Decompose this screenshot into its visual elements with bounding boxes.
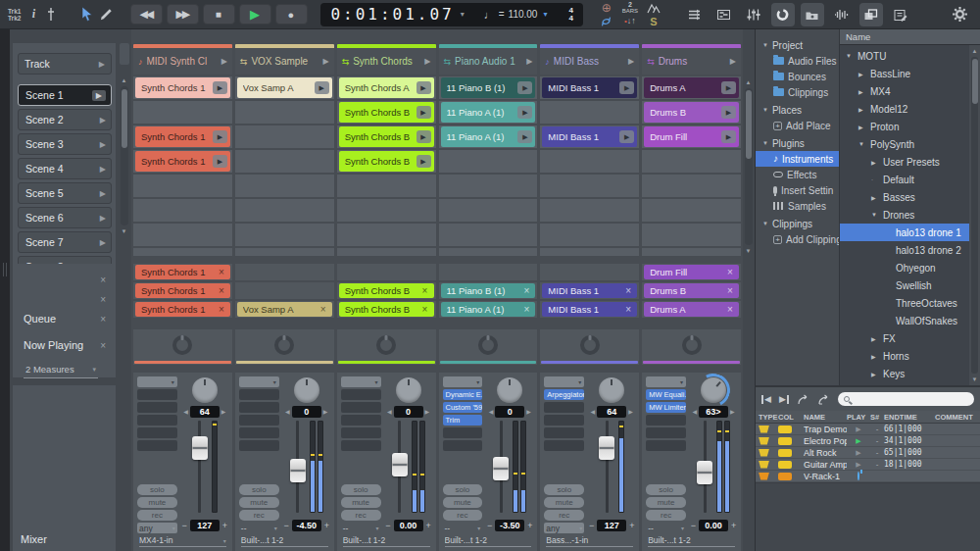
scrollbar-thumb[interactable]	[972, 59, 978, 104]
chevron-right-icon[interactable]: ▶	[871, 335, 878, 342]
tree-item[interactable]: halo13 drone 2	[840, 241, 980, 259]
column-header-endtime[interactable]: ENDTIME	[884, 413, 935, 422]
grid-cell[interactable]: 11 Piano A (1)▶	[439, 125, 538, 148]
volume-fader[interactable]	[697, 421, 712, 517]
tree-item[interactable]: ▶Keys	[840, 365, 980, 382]
insert-slot[interactable]	[137, 402, 177, 413]
grid-cell[interactable]	[133, 101, 232, 124]
grid-cell[interactable]	[642, 224, 741, 246]
scene-clip[interactable]: Synth Chords B▶	[339, 126, 434, 147]
queue-clip[interactable]: 11 Piano B (1)×	[441, 283, 536, 298]
insert-slot[interactable]	[646, 427, 686, 438]
chevron-right-icon[interactable]: ▶	[871, 371, 878, 377]
clip-play-button[interactable]: ▶	[721, 130, 736, 143]
pan-knob[interactable]	[192, 377, 218, 403]
clip-play-button[interactable]: ▶	[517, 130, 532, 143]
clip-play-button[interactable]: ▶	[213, 130, 227, 143]
solo-button[interactable]: solo	[137, 484, 177, 495]
scene-clip[interactable]: Synth Chords A▶	[339, 77, 434, 98]
mute-button[interactable]: mute	[137, 497, 177, 508]
time-format-dropdown-icon[interactable]: ▾	[461, 10, 465, 19]
fast-forward-icon[interactable]: ▶▶	[167, 4, 199, 25]
scrollbar-track[interactable]	[971, 57, 978, 374]
scrollbar-track[interactable]	[121, 86, 128, 225]
scene-play-button[interactable]: ▶	[100, 189, 106, 198]
click-metronome-icon[interactable]	[647, 2, 661, 14]
rec-button[interactable]: rec	[239, 510, 279, 521]
insert-slot[interactable]	[137, 389, 177, 400]
tracks-window-icon[interactable]	[683, 3, 707, 26]
fader-handle[interactable]	[697, 461, 712, 484]
scene-clip[interactable]: MIDI Bass 1▶	[542, 77, 637, 98]
clip-remove-button[interactable]: ×	[216, 304, 227, 315]
volume-decrement[interactable]: −	[385, 521, 390, 530]
tree-item[interactable]: ▼PolySynth	[840, 135, 980, 153]
solo-button[interactable]: solo	[341, 484, 381, 495]
input-selector[interactable]: --▾	[239, 523, 279, 533]
scene-item[interactable]: Scene 1▶	[18, 84, 112, 106]
clip-remove-button[interactable]: ×	[520, 304, 532, 315]
scene-clip[interactable]: Synth Chords 1▶	[135, 126, 230, 147]
tree-item[interactable]: ▶Model12	[840, 100, 980, 118]
tree-item[interactable]: Swellish	[840, 276, 980, 294]
clip-remove-button[interactable]: ×	[318, 304, 329, 315]
scroll-down-icon[interactable]: ▼	[972, 376, 978, 383]
pan-control[interactable]: ◀0▶	[489, 405, 531, 418]
tree-item[interactable]: ▶FX	[840, 329, 980, 347]
chevron-down-icon[interactable]: ▼	[871, 212, 878, 218]
now-playing-cell[interactable]	[540, 329, 639, 365]
browser-section-header[interactable]: ▼Clippings	[756, 216, 839, 231]
fader-handle[interactable]	[192, 436, 208, 460]
grid-cell[interactable]: Synth Chords 1×	[133, 264, 232, 280]
insert-slot[interactable]	[239, 427, 279, 438]
mute-button[interactable]: mute	[544, 497, 584, 508]
grid-cell[interactable]	[439, 248, 538, 256]
scene-clip[interactable]: Drum Fill▶	[644, 126, 739, 147]
chunk-play-button[interactable]: ▶	[847, 426, 870, 433]
insert-slot[interactable]	[646, 415, 686, 426]
browser-item-audio-files[interactable]: Audio Files	[756, 53, 839, 69]
track-play-button[interactable]: ▶	[526, 57, 532, 66]
grid-cell[interactable]: Synth Chords B×	[337, 282, 436, 299]
queue-clip[interactable]: Drums A×	[644, 302, 739, 317]
insert-slot[interactable]	[137, 415, 177, 426]
fader-handle[interactable]	[290, 459, 306, 482]
pan-right-arrow[interactable]: ▶	[526, 408, 531, 415]
clip-remove-button[interactable]: ×	[724, 304, 736, 315]
insert-preset-menu[interactable]: ▾	[544, 376, 584, 387]
scroll-down-icon[interactable]: ▼	[746, 247, 752, 255]
grid-cell[interactable]	[540, 175, 639, 197]
tree-item[interactable]: ▼MOTU	[840, 47, 980, 65]
loop-icon[interactable]	[600, 16, 612, 27]
scene-clip[interactable]: Synth Chords 1▶	[135, 77, 230, 98]
queue-clip[interactable]: Vox Samp A×	[237, 302, 332, 317]
rec-button[interactable]: rec	[341, 510, 381, 521]
scene-play-button[interactable]: ▶	[100, 238, 106, 247]
grid-cell[interactable]: Synth Chords B▶	[337, 150, 436, 173]
volume-decrement[interactable]: −	[487, 521, 492, 530]
mute-button[interactable]: mute	[239, 497, 279, 508]
scene-clip[interactable]: Synth Chords B▶	[339, 151, 434, 172]
time-counter[interactable]: 0:01:01.07	[330, 5, 454, 24]
solo-button[interactable]: solo	[544, 484, 584, 495]
grid-cell[interactable]: 11 Piano A (1)×	[439, 301, 538, 318]
browser-item-add-clipping[interactable]: +Add Clipping	[756, 231, 839, 247]
tempo-display[interactable]: ♩ = 110.00	[484, 9, 538, 21]
grid-cell[interactable]: Vox Samp A▶	[235, 76, 334, 99]
grid-cell[interactable]: 11 Piano B (1)×	[439, 282, 538, 299]
insert-slot[interactable]	[443, 440, 483, 451]
volume-increment[interactable]: +	[527, 521, 532, 530]
scene-item[interactable]: Scene 4▶	[18, 158, 112, 179]
chunk-play-button[interactable]: ▶	[847, 437, 870, 445]
scrollbar-track[interactable]	[745, 88, 753, 245]
clip-play-button[interactable]: ▶	[517, 106, 532, 119]
browser-item-clippings[interactable]: Clippings	[756, 84, 839, 100]
queue-clip[interactable]: 11 Piano A (1)×	[441, 302, 536, 317]
output-selector[interactable]: Built-...t 1-2	[648, 534, 735, 547]
pan-right-arrow[interactable]: ▶	[221, 408, 226, 415]
rec-button[interactable]: rec	[646, 510, 686, 521]
grid-cell[interactable]	[235, 150, 334, 173]
column-header-snum[interactable]: S#	[870, 413, 884, 422]
rec-button[interactable]: rec	[544, 510, 584, 521]
record-icon[interactable]: ●	[275, 4, 308, 25]
